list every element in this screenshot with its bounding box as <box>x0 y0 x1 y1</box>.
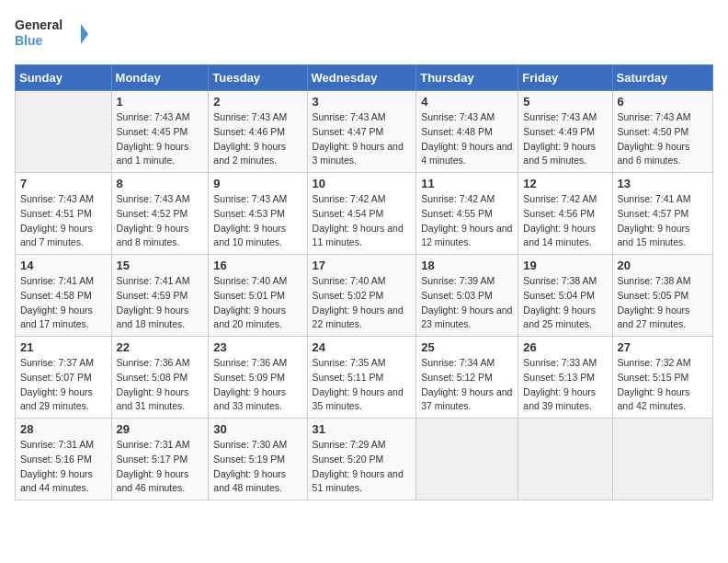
calendar-cell: 23 Sunrise: 7:36 AMSunset: 5:09 PMDaylig… <box>209 337 307 419</box>
calendar-cell: 5 Sunrise: 7:43 AMSunset: 4:49 PMDayligh… <box>518 91 612 173</box>
day-info: Sunrise: 7:42 AMSunset: 4:55 PMDaylight:… <box>421 192 513 250</box>
day-number: 20 <box>618 259 708 272</box>
calendar-cell: 1 Sunrise: 7:43 AMSunset: 4:45 PMDayligh… <box>111 91 209 173</box>
weekday-header-cell: Thursday <box>416 65 518 91</box>
calendar-cell: 6 Sunrise: 7:43 AMSunset: 4:50 PMDayligh… <box>612 91 712 173</box>
weekday-header-cell: Wednesday <box>307 65 416 91</box>
day-info: Sunrise: 7:43 AMSunset: 4:48 PMDaylight:… <box>421 110 513 168</box>
day-info: Sunrise: 7:43 AMSunset: 4:53 PMDaylight:… <box>213 192 301 250</box>
weekday-header-row: SundayMondayTuesdayWednesdayThursdayFrid… <box>16 65 713 91</box>
calendar-cell: 22 Sunrise: 7:36 AMSunset: 5:08 PMDaylig… <box>111 337 209 419</box>
calendar-cell <box>16 91 112 173</box>
day-number: 3 <box>313 95 412 109</box>
day-info: Sunrise: 7:43 AMSunset: 4:49 PMDaylight:… <box>523 110 607 168</box>
calendar-cell: 8 Sunrise: 7:43 AMSunset: 4:52 PMDayligh… <box>111 173 209 255</box>
day-info: Sunrise: 7:37 AMSunset: 5:07 PMDaylight:… <box>20 356 107 414</box>
calendar-cell: 11 Sunrise: 7:42 AMSunset: 4:55 PMDaylig… <box>416 173 518 255</box>
calendar-cell: 21 Sunrise: 7:37 AMSunset: 5:07 PMDaylig… <box>16 337 112 419</box>
day-number: 28 <box>20 422 107 436</box>
day-info: Sunrise: 7:43 AMSunset: 4:51 PMDaylight:… <box>20 192 107 250</box>
weekday-header-cell: Friday <box>518 65 612 91</box>
day-number: 18 <box>421 259 513 272</box>
day-info: Sunrise: 7:30 AMSunset: 5:19 PMDaylight:… <box>213 438 301 496</box>
day-number: 9 <box>213 177 301 190</box>
weekday-header-cell: Sunday <box>16 65 112 91</box>
day-info: Sunrise: 7:38 AMSunset: 5:05 PMDaylight:… <box>618 274 708 332</box>
calendar-cell: 2 Sunrise: 7:43 AMSunset: 4:46 PMDayligh… <box>209 91 307 173</box>
calendar-cell: 19 Sunrise: 7:38 AMSunset: 5:04 PMDaylig… <box>518 255 612 337</box>
day-number: 25 <box>421 340 513 354</box>
day-info: Sunrise: 7:41 AMSunset: 4:58 PMDaylight:… <box>20 274 107 332</box>
calendar-cell: 29 Sunrise: 7:31 AMSunset: 5:17 PMDaylig… <box>111 419 209 500</box>
calendar-cell <box>416 419 518 500</box>
calendar-cell: 17 Sunrise: 7:40 AMSunset: 5:02 PMDaylig… <box>307 255 416 337</box>
day-number: 10 <box>313 177 412 190</box>
calendar-cell: 12 Sunrise: 7:42 AMSunset: 4:56 PMDaylig… <box>518 173 612 255</box>
day-info: Sunrise: 7:31 AMSunset: 5:16 PMDaylight:… <box>20 438 107 496</box>
calendar-cell: 26 Sunrise: 7:33 AMSunset: 5:13 PMDaylig… <box>518 337 612 419</box>
weekday-header-cell: Monday <box>111 65 209 91</box>
day-number: 23 <box>213 340 301 354</box>
day-number: 2 <box>213 95 301 109</box>
calendar-cell: 28 Sunrise: 7:31 AMSunset: 5:16 PMDaylig… <box>16 419 112 500</box>
calendar-week-row: 1 Sunrise: 7:43 AMSunset: 4:45 PMDayligh… <box>16 91 713 173</box>
calendar-cell: 10 Sunrise: 7:42 AMSunset: 4:54 PMDaylig… <box>307 173 416 255</box>
page-header: General Blue <box>15 15 713 53</box>
svg-text:General: General <box>15 17 63 32</box>
day-info: Sunrise: 7:38 AMSunset: 5:04 PMDaylight:… <box>523 274 607 332</box>
day-number: 12 <box>523 177 607 190</box>
logo: General Blue <box>15 15 88 53</box>
day-info: Sunrise: 7:34 AMSunset: 5:12 PMDaylight:… <box>421 356 513 414</box>
day-number: 13 <box>618 177 708 190</box>
day-info: Sunrise: 7:41 AMSunset: 4:59 PMDaylight:… <box>117 274 204 332</box>
day-info: Sunrise: 7:31 AMSunset: 5:17 PMDaylight:… <box>117 438 204 496</box>
day-info: Sunrise: 7:43 AMSunset: 4:50 PMDaylight:… <box>618 110 708 168</box>
calendar-week-row: 28 Sunrise: 7:31 AMSunset: 5:16 PMDaylig… <box>16 419 713 500</box>
day-number: 24 <box>313 340 412 354</box>
day-info: Sunrise: 7:42 AMSunset: 4:56 PMDaylight:… <box>523 192 607 250</box>
day-info: Sunrise: 7:32 AMSunset: 5:15 PMDaylight:… <box>618 356 708 414</box>
day-number: 17 <box>313 259 412 272</box>
day-info: Sunrise: 7:43 AMSunset: 4:46 PMDaylight:… <box>213 110 301 168</box>
day-info: Sunrise: 7:35 AMSunset: 5:11 PMDaylight:… <box>313 356 412 414</box>
day-number: 7 <box>20 177 107 190</box>
calendar-cell: 24 Sunrise: 7:35 AMSunset: 5:11 PMDaylig… <box>307 337 416 419</box>
calendar-week-row: 7 Sunrise: 7:43 AMSunset: 4:51 PMDayligh… <box>16 173 713 255</box>
calendar-cell: 16 Sunrise: 7:40 AMSunset: 5:01 PMDaylig… <box>209 255 307 337</box>
day-info: Sunrise: 7:33 AMSunset: 5:13 PMDaylight:… <box>523 356 607 414</box>
calendar-cell: 18 Sunrise: 7:39 AMSunset: 5:03 PMDaylig… <box>416 255 518 337</box>
weekday-header-cell: Tuesday <box>209 65 307 91</box>
day-number: 29 <box>117 422 204 436</box>
calendar-cell <box>612 419 712 500</box>
day-info: Sunrise: 7:42 AMSunset: 4:54 PMDaylight:… <box>313 192 412 250</box>
calendar-cell <box>518 419 612 500</box>
calendar-week-row: 14 Sunrise: 7:41 AMSunset: 4:58 PMDaylig… <box>16 255 713 337</box>
calendar-cell: 7 Sunrise: 7:43 AMSunset: 4:51 PMDayligh… <box>16 173 112 255</box>
calendar-cell: 9 Sunrise: 7:43 AMSunset: 4:53 PMDayligh… <box>209 173 307 255</box>
day-number: 14 <box>20 259 107 272</box>
day-number: 5 <box>523 95 607 109</box>
calendar-cell: 31 Sunrise: 7:29 AMSunset: 5:20 PMDaylig… <box>307 419 416 500</box>
day-info: Sunrise: 7:43 AMSunset: 4:47 PMDaylight:… <box>313 110 412 168</box>
svg-text:Blue: Blue <box>15 33 43 48</box>
day-info: Sunrise: 7:43 AMSunset: 4:52 PMDaylight:… <box>117 192 204 250</box>
day-info: Sunrise: 7:43 AMSunset: 4:45 PMDaylight:… <box>117 110 204 168</box>
day-info: Sunrise: 7:39 AMSunset: 5:03 PMDaylight:… <box>421 274 513 332</box>
day-info: Sunrise: 7:40 AMSunset: 5:02 PMDaylight:… <box>313 274 412 332</box>
day-number: 6 <box>618 95 708 109</box>
calendar-cell: 3 Sunrise: 7:43 AMSunset: 4:47 PMDayligh… <box>307 91 416 173</box>
day-info: Sunrise: 7:40 AMSunset: 5:01 PMDaylight:… <box>213 274 301 332</box>
calendar-cell: 15 Sunrise: 7:41 AMSunset: 4:59 PMDaylig… <box>111 255 209 337</box>
calendar-cell: 14 Sunrise: 7:41 AMSunset: 4:58 PMDaylig… <box>16 255 112 337</box>
day-number: 15 <box>117 259 204 272</box>
calendar-cell: 4 Sunrise: 7:43 AMSunset: 4:48 PMDayligh… <box>416 91 518 173</box>
day-number: 16 <box>213 259 301 272</box>
calendar-body: 1 Sunrise: 7:43 AMSunset: 4:45 PMDayligh… <box>16 91 713 500</box>
calendar-table: SundayMondayTuesdayWednesdayThursdayFrid… <box>15 64 713 500</box>
calendar-week-row: 21 Sunrise: 7:37 AMSunset: 5:07 PMDaylig… <box>16 337 713 419</box>
day-number: 31 <box>313 422 412 436</box>
calendar-cell: 27 Sunrise: 7:32 AMSunset: 5:15 PMDaylig… <box>612 337 712 419</box>
logo-svg: General Blue <box>15 15 88 53</box>
calendar-cell: 13 Sunrise: 7:41 AMSunset: 4:57 PMDaylig… <box>612 173 712 255</box>
calendar-cell: 20 Sunrise: 7:38 AMSunset: 5:05 PMDaylig… <box>612 255 712 337</box>
